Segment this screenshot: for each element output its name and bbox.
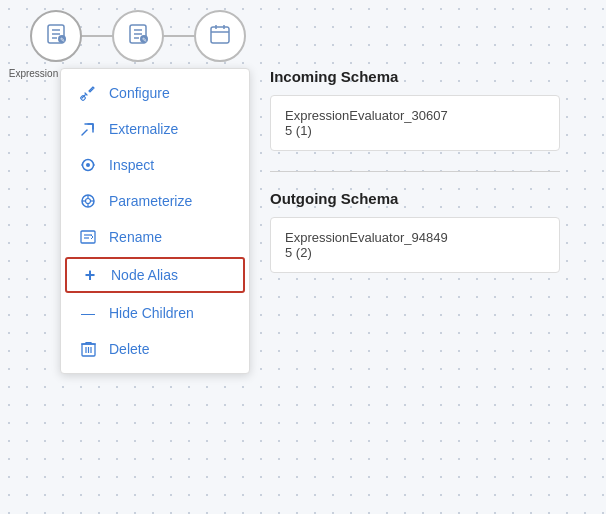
menu-item-inspect[interactable]: Inspect — [61, 147, 249, 183]
svg-point-18 — [86, 163, 90, 167]
pipeline-node-1[interactable]: ✎ Expression Evaluator — [30, 10, 82, 62]
svg-text:✎: ✎ — [60, 37, 65, 43]
menu-item-configure[interactable]: Configure — [61, 75, 249, 111]
connector-1 — [81, 35, 113, 37]
incoming-schema-box: ExpressionEvaluator_306075 (1) — [270, 95, 560, 151]
schema-divider — [270, 171, 560, 172]
node-alias-icon: + — [81, 266, 99, 284]
outgoing-schema-section: Outgoing Schema ExpressionEvaluator_9484… — [270, 190, 560, 273]
menu-item-delete[interactable]: Delete — [61, 331, 249, 367]
hide-children-label: Hide Children — [109, 305, 194, 321]
delete-label: Delete — [109, 341, 149, 357]
parameterize-label: Parameterize — [109, 193, 192, 209]
outgoing-schema-box: ExpressionEvaluator_948495 (2) — [270, 217, 560, 273]
rename-label: Rename — [109, 229, 162, 245]
menu-item-node-alias[interactable]: + Node Alias — [65, 257, 245, 293]
inspect-label: Inspect — [109, 157, 154, 173]
menu-item-externalize[interactable]: Externalize — [61, 111, 249, 147]
svg-text:✎: ✎ — [142, 37, 147, 43]
svg-rect-16 — [80, 95, 86, 101]
connector-2 — [163, 35, 195, 37]
pipeline-node-2[interactable]: ✎ — [112, 10, 164, 62]
incoming-schema-title: Incoming Schema — [270, 68, 560, 85]
rename-icon — [79, 228, 97, 246]
inspect-icon — [79, 156, 97, 174]
context-menu: Configure Externalize Inspect — [60, 68, 250, 374]
outgoing-schema-title: Outgoing Schema — [270, 190, 560, 207]
externalize-icon — [79, 120, 97, 138]
menu-item-parameterize[interactable]: Parameterize — [61, 183, 249, 219]
schema-panel: Incoming Schema ExpressionEvaluator_3060… — [270, 68, 560, 293]
hide-children-icon: — — [79, 304, 97, 322]
configure-label: Configure — [109, 85, 170, 101]
node-3-icon — [208, 22, 232, 51]
parameterize-icon — [79, 192, 97, 210]
delete-icon — [79, 340, 97, 358]
configure-icon — [79, 84, 97, 102]
menu-item-hide-children[interactable]: — Hide Children — [61, 295, 249, 331]
node-1-icon: ✎ — [44, 22, 68, 51]
menu-item-rename[interactable]: Rename — [61, 219, 249, 255]
pipeline-area: ✎ Expression Evaluator ✎ — [30, 10, 246, 62]
externalize-label: Externalize — [109, 121, 178, 137]
svg-point-22 — [86, 199, 91, 204]
node-2-icon: ✎ — [126, 22, 150, 51]
pipeline-node-3[interactable] — [194, 10, 246, 62]
incoming-schema-section: Incoming Schema ExpressionEvaluator_3060… — [270, 68, 560, 151]
svg-rect-12 — [211, 27, 229, 43]
node-alias-label: Node Alias — [111, 267, 178, 283]
